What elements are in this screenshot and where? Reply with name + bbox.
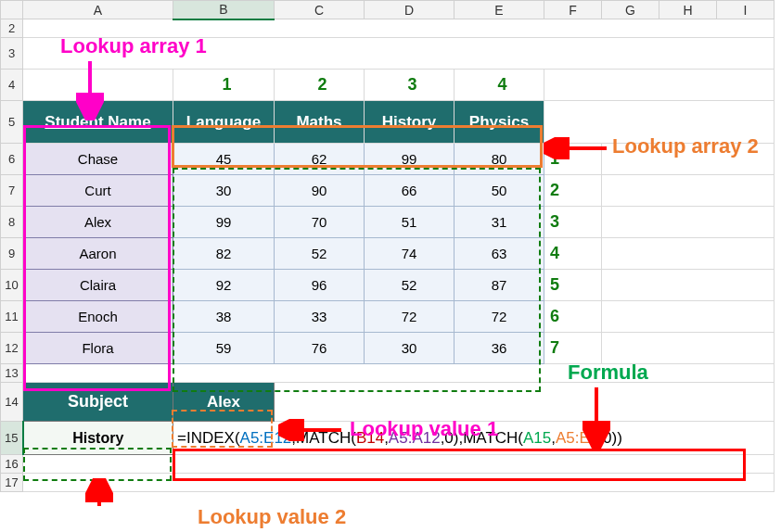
col-header-F[interactable]: F xyxy=(544,1,602,19)
side-index: 3 xyxy=(544,207,602,238)
col-header-E[interactable]: E xyxy=(455,1,544,19)
side-index: 5 xyxy=(544,270,602,301)
row-header-13[interactable]: 13 xyxy=(1,364,23,383)
row-header-8[interactable]: 8 xyxy=(1,207,23,238)
select-all-corner[interactable] xyxy=(1,1,23,19)
col-header-A[interactable]: A xyxy=(23,1,173,19)
col-header-C[interactable]: C xyxy=(275,1,365,19)
row-header-16[interactable]: 16 xyxy=(1,455,23,474)
row-header-9[interactable]: 9 xyxy=(1,238,23,270)
top-index-1: 1 xyxy=(173,70,275,101)
row-header-6[interactable]: 6 xyxy=(1,144,23,175)
col-header-H[interactable]: H xyxy=(659,1,717,19)
row-header-4[interactable]: 4 xyxy=(1,70,23,101)
row-header-2[interactable]: 2 xyxy=(1,19,23,38)
row-header-10[interactable]: 10 xyxy=(1,270,23,301)
top-index-4: 4 xyxy=(455,70,544,101)
side-index: 7 xyxy=(544,333,602,364)
row-header-17[interactable]: 17 xyxy=(1,474,23,492)
row-header-15[interactable]: 15 xyxy=(1,422,23,455)
side-index: 2 xyxy=(544,175,602,207)
row-header-7[interactable]: 7 xyxy=(1,175,23,207)
lookup-array-1-border xyxy=(23,125,171,391)
a15-ref-border xyxy=(23,448,172,481)
side-index: 4 xyxy=(544,238,602,270)
formula-border xyxy=(173,449,746,481)
row-header-11[interactable]: 11 xyxy=(1,301,23,333)
row-header-12[interactable]: 12 xyxy=(1,333,23,364)
lookup-value-2-label: Lookup value 2 xyxy=(198,505,346,529)
col-header-D[interactable]: D xyxy=(365,1,455,19)
top-index-2: 2 xyxy=(275,70,365,101)
col-header-B[interactable]: B xyxy=(173,1,275,19)
col-header-I[interactable]: I xyxy=(717,1,775,19)
row-header-14[interactable]: 14 xyxy=(1,383,23,422)
lookup-array-2-border xyxy=(172,125,543,168)
index-range-border xyxy=(173,168,541,392)
row-header-5[interactable]: 5 xyxy=(1,101,23,144)
side-index: 1 xyxy=(544,144,602,175)
side-index: 6 xyxy=(544,301,602,333)
row-header-3[interactable]: 3 xyxy=(1,38,23,70)
col-header-G[interactable]: G xyxy=(602,1,659,19)
b14-ref-border xyxy=(172,410,273,448)
top-index-3: 3 xyxy=(365,70,455,101)
